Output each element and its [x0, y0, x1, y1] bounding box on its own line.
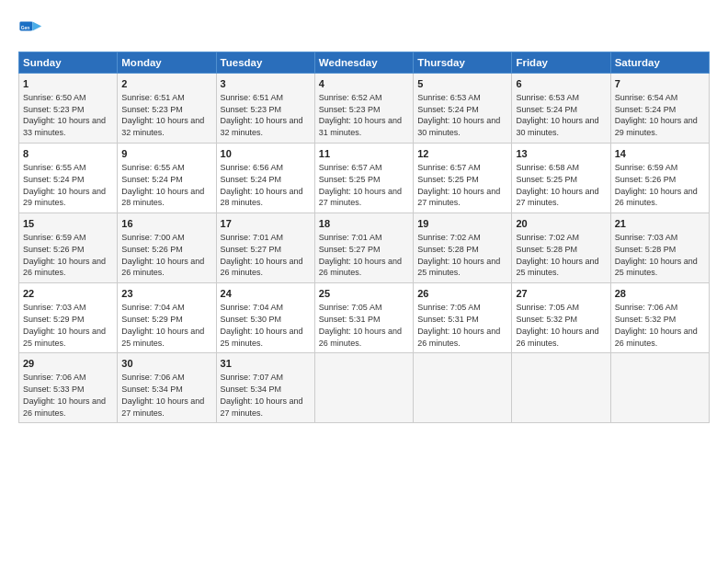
day-sunset: Sunset: 5:31 PM	[417, 315, 479, 324]
logo-icon: Gen	[18, 17, 44, 42]
day-sunset: Sunset: 5:24 PM	[221, 175, 282, 184]
day-sunrise: Sunrise: 7:03 AM	[23, 303, 86, 312]
day-cell: 6Sunrise: 6:53 AMSunset: 5:24 PMDaylight…	[512, 74, 610, 144]
week-row-3: 15Sunrise: 6:59 AMSunset: 5:26 PMDayligh…	[19, 213, 710, 283]
day-sunrise: Sunrise: 6:53 AM	[516, 93, 579, 102]
day-cell: 4Sunrise: 6:52 AMSunset: 5:23 PMDaylight…	[314, 74, 413, 144]
day-number: 2	[121, 77, 211, 91]
day-number: 14	[615, 147, 705, 161]
day-number: 20	[516, 217, 606, 231]
day-number: 23	[121, 287, 211, 301]
day-cell: 21Sunrise: 7:03 AMSunset: 5:28 PMDayligh…	[610, 213, 709, 283]
day-sunset: Sunset: 5:28 PM	[516, 245, 577, 254]
day-sunrise: Sunrise: 7:05 AM	[516, 303, 579, 312]
day-cell: 14Sunrise: 6:59 AMSunset: 5:26 PMDayligh…	[610, 144, 709, 213]
day-daylight: Daylight: 10 hours and 32 minutes.	[221, 116, 303, 137]
week-row-5: 29Sunrise: 7:06 AMSunset: 5:33 PMDayligh…	[19, 353, 710, 423]
day-sunrise: Sunrise: 7:03 AM	[615, 233, 678, 242]
col-header-sunday: Sunday	[19, 52, 118, 74]
day-sunrise: Sunrise: 6:57 AM	[319, 163, 382, 172]
day-sunset: Sunset: 5:27 PM	[221, 245, 282, 254]
day-cell: 9Sunrise: 6:55 AMSunset: 5:24 PMDaylight…	[118, 144, 216, 213]
day-sunrise: Sunrise: 6:54 AM	[615, 93, 678, 102]
day-daylight: Daylight: 10 hours and 29 minutes.	[615, 116, 698, 137]
day-sunset: Sunset: 5:24 PM	[417, 105, 479, 114]
day-cell: 27Sunrise: 7:05 AMSunset: 5:32 PMDayligh…	[512, 283, 610, 353]
day-sunset: Sunset: 5:29 PM	[23, 315, 85, 324]
day-number: 9	[121, 147, 211, 161]
week-row-1: 1Sunrise: 6:50 AMSunset: 5:23 PMDaylight…	[19, 74, 710, 144]
day-number: 31	[221, 357, 311, 371]
day-cell: 2Sunrise: 6:51 AMSunset: 5:23 PMDaylight…	[118, 74, 216, 144]
day-sunset: Sunset: 5:28 PM	[417, 245, 479, 254]
day-number: 1	[23, 77, 113, 91]
day-cell: 25Sunrise: 7:05 AMSunset: 5:31 PMDayligh…	[314, 283, 413, 353]
day-number: 8	[23, 147, 113, 161]
day-sunset: Sunset: 5:23 PM	[221, 105, 282, 114]
day-daylight: Daylight: 10 hours and 30 minutes.	[516, 116, 598, 137]
logo: Gen	[18, 17, 48, 42]
calendar-table: SundayMondayTuesdayWednesdayThursdayFrid…	[18, 52, 710, 423]
day-number: 13	[516, 147, 606, 161]
day-sunset: Sunset: 5:27 PM	[319, 245, 381, 254]
day-daylight: Daylight: 10 hours and 25 minutes.	[121, 327, 204, 348]
day-cell: 20Sunrise: 7:02 AMSunset: 5:28 PMDayligh…	[512, 213, 610, 283]
day-sunset: Sunset: 5:24 PM	[23, 175, 85, 184]
day-daylight: Daylight: 10 hours and 25 minutes.	[417, 257, 500, 278]
day-number: 27	[516, 287, 606, 301]
day-sunset: Sunset: 5:25 PM	[516, 175, 577, 184]
day-sunrise: Sunrise: 6:58 AM	[516, 163, 579, 172]
day-daylight: Daylight: 10 hours and 26 minutes.	[23, 257, 106, 278]
day-cell: 31Sunrise: 7:07 AMSunset: 5:34 PMDayligh…	[216, 353, 314, 423]
day-number: 3	[221, 77, 311, 91]
day-sunrise: Sunrise: 6:51 AM	[221, 93, 284, 102]
day-sunrise: Sunrise: 6:52 AM	[319, 93, 382, 102]
day-sunset: Sunset: 5:29 PM	[121, 315, 183, 324]
header-row: SundayMondayTuesdayWednesdayThursdayFrid…	[19, 52, 710, 74]
day-cell: 3Sunrise: 6:51 AMSunset: 5:23 PMDaylight…	[216, 74, 314, 144]
day-cell	[610, 353, 709, 423]
day-daylight: Daylight: 10 hours and 26 minutes.	[417, 327, 500, 348]
day-number: 21	[615, 217, 705, 231]
col-header-thursday: Thursday	[414, 52, 512, 74]
day-sunrise: Sunrise: 7:02 AM	[516, 233, 579, 242]
day-number: 7	[615, 77, 705, 91]
day-sunset: Sunset: 5:25 PM	[319, 175, 381, 184]
day-sunset: Sunset: 5:34 PM	[121, 385, 183, 394]
day-daylight: Daylight: 10 hours and 25 minutes.	[221, 327, 303, 348]
header: Gen	[18, 17, 710, 42]
day-cell: 24Sunrise: 7:04 AMSunset: 5:30 PMDayligh…	[216, 283, 314, 353]
day-sunrise: Sunrise: 7:05 AM	[417, 303, 481, 312]
day-number: 5	[417, 77, 507, 91]
day-sunset: Sunset: 5:34 PM	[221, 385, 282, 394]
day-daylight: Daylight: 10 hours and 29 minutes.	[23, 187, 106, 208]
day-number: 25	[319, 287, 409, 301]
day-daylight: Daylight: 10 hours and 25 minutes.	[23, 327, 106, 348]
day-sunset: Sunset: 5:32 PM	[615, 315, 677, 324]
day-daylight: Daylight: 10 hours and 26 minutes.	[319, 257, 402, 278]
day-daylight: Daylight: 10 hours and 33 minutes.	[23, 116, 106, 137]
day-daylight: Daylight: 10 hours and 31 minutes.	[319, 116, 402, 137]
svg-marker-1	[32, 22, 41, 31]
day-cell: 22Sunrise: 7:03 AMSunset: 5:29 PMDayligh…	[19, 283, 118, 353]
day-sunrise: Sunrise: 6:59 AM	[23, 233, 86, 242]
col-header-saturday: Saturday	[610, 52, 709, 74]
day-sunrise: Sunrise: 7:01 AM	[221, 233, 284, 242]
day-daylight: Daylight: 10 hours and 28 minutes.	[121, 187, 204, 208]
day-sunrise: Sunrise: 6:50 AM	[23, 93, 86, 102]
day-sunset: Sunset: 5:24 PM	[121, 175, 183, 184]
day-daylight: Daylight: 10 hours and 27 minutes.	[121, 396, 204, 418]
day-sunset: Sunset: 5:23 PM	[23, 105, 85, 114]
day-cell: 15Sunrise: 6:59 AMSunset: 5:26 PMDayligh…	[19, 213, 118, 283]
day-number: 22	[23, 287, 113, 301]
day-daylight: Daylight: 10 hours and 28 minutes.	[221, 187, 303, 208]
day-sunset: Sunset: 5:26 PM	[615, 175, 677, 184]
col-header-wednesday: Wednesday	[314, 52, 413, 74]
day-sunrise: Sunrise: 6:51 AM	[121, 93, 185, 102]
day-number: 26	[417, 287, 507, 301]
day-daylight: Daylight: 10 hours and 32 minutes.	[121, 116, 204, 137]
day-sunset: Sunset: 5:24 PM	[615, 105, 677, 114]
day-cell: 7Sunrise: 6:54 AMSunset: 5:24 PMDaylight…	[610, 74, 709, 144]
day-sunrise: Sunrise: 6:56 AM	[221, 163, 284, 172]
day-daylight: Daylight: 10 hours and 30 minutes.	[417, 116, 500, 137]
